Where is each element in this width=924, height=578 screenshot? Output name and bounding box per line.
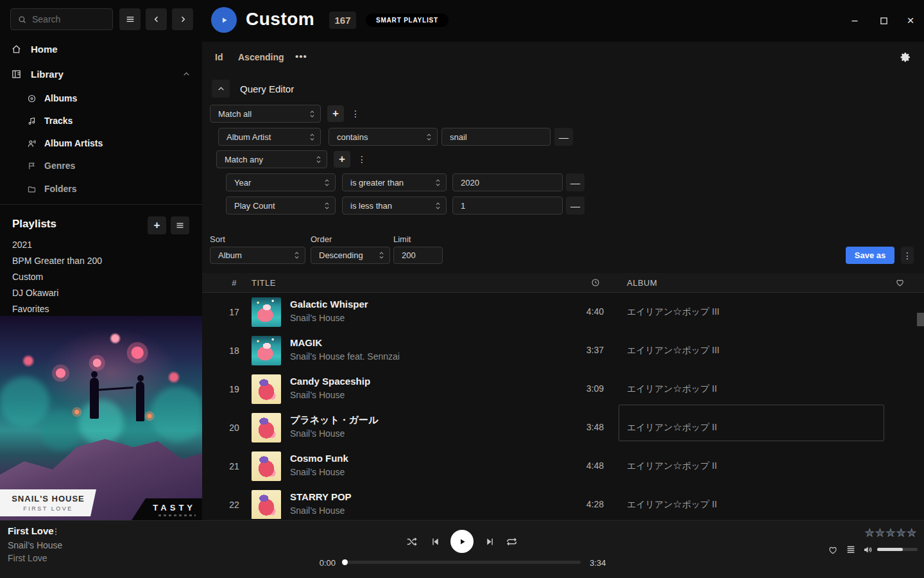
- window-maximize-button[interactable]: [874, 11, 893, 30]
- star-icon[interactable]: ★: [865, 527, 874, 539]
- plus-icon: +: [332, 107, 339, 120]
- playlist-item-2021[interactable]: 2021: [12, 240, 32, 250]
- group2-add-rule-button[interactable]: +: [334, 151, 350, 168]
- rule2-value: 2020: [461, 178, 479, 188]
- track-title: プラネット・ガール: [290, 414, 378, 426]
- settings-button[interactable]: [900, 51, 912, 64]
- tracks-icon: [27, 116, 37, 126]
- track-album: エイリアン☆ポップ III: [627, 306, 719, 318]
- previous-button[interactable]: [429, 535, 441, 548]
- repeat-button[interactable]: [504, 534, 518, 548]
- add-playlist-button[interactable]: +: [148, 216, 166, 234]
- scrollbar-thumb[interactable]: [917, 313, 924, 326]
- library-icon: [11, 69, 22, 80]
- playlist-list-button[interactable]: [171, 216, 189, 234]
- table-row[interactable]: 19 Candy Spaceship Snail’s House 3:09 エイ…: [202, 370, 924, 408]
- search-input[interactable]: [32, 14, 106, 24]
- order-select[interactable]: Descending: [311, 247, 390, 264]
- sort-direction-button[interactable]: Ascending: [238, 52, 284, 62]
- chevron-left-icon: [152, 15, 161, 24]
- next-button[interactable]: [483, 535, 496, 548]
- toolbar-more-button[interactable]: •••: [295, 51, 307, 62]
- search-box[interactable]: [10, 8, 113, 30]
- track-count-badge: 167: [329, 12, 356, 29]
- sidebar-item-tracks[interactable]: Tracks: [27, 114, 73, 128]
- query-editor-collapse-button[interactable]: [212, 80, 230, 98]
- rule1-field-select[interactable]: Album Artist: [218, 128, 321, 146]
- group2-menu-button[interactable]: ⋮: [357, 151, 367, 168]
- now-playing-menu-button[interactable]: ⋮: [51, 525, 60, 537]
- table-row[interactable]: 20 プラネット・ガール Snail’s House 3:48 エイリアン☆ポッ…: [202, 408, 924, 447]
- sidebar-item-genres[interactable]: Genres: [27, 159, 75, 173]
- track-title: MAGIK: [290, 337, 322, 348]
- track-duration: 3:37: [568, 345, 604, 355]
- seek-bar-thumb[interactable]: [342, 559, 348, 565]
- rule2-remove-button[interactable]: —: [566, 173, 585, 191]
- playlist-item-custom[interactable]: Custom: [12, 272, 43, 282]
- queue-button[interactable]: [845, 544, 857, 556]
- table-row[interactable]: 18 MAGIK Snail’s House feat. Sennzai 3:3…: [202, 331, 924, 370]
- chevron-up-icon[interactable]: [182, 70, 191, 78]
- track-album: エイリアン☆ポップ III: [627, 345, 719, 356]
- rule3-remove-button[interactable]: —: [566, 197, 585, 215]
- back-button[interactable]: [146, 8, 167, 30]
- track-album-art: [252, 297, 281, 327]
- table-row[interactable]: 22 STARRY POP Snail’s House 4:28 エイリアン☆ポ…: [202, 486, 924, 519]
- table-row[interactable]: 17 Galactic Whisper Snail’s House 4:40 エ…: [202, 293, 924, 331]
- playlist-item-bpm[interactable]: BPM Greater than 200: [12, 256, 102, 266]
- rule1-remove-button[interactable]: —: [554, 128, 573, 146]
- track-title: Galactic Whisper: [290, 299, 368, 310]
- star-icon[interactable]: ★: [886, 527, 895, 539]
- shuffle-button[interactable]: [404, 534, 418, 548]
- star-icon[interactable]: ★: [896, 527, 905, 539]
- rule2-value-input[interactable]: 2020: [452, 173, 563, 191]
- sidebar-item-album-artists[interactable]: Album Artists: [27, 136, 103, 150]
- group1-menu-button[interactable]: ⋮: [350, 105, 361, 122]
- rule2-operator-value: is greater than: [350, 178, 404, 188]
- sort-field-button[interactable]: Id: [215, 52, 223, 62]
- sort-select[interactable]: Album: [210, 247, 305, 264]
- forward-button[interactable]: [172, 8, 193, 30]
- track-album-art: [252, 413, 281, 442]
- rule3-operator-select[interactable]: is less than: [342, 197, 447, 215]
- track-list: 17 Galactic Whisper Snail’s House 4:40 エ…: [202, 293, 924, 519]
- speaker-icon: [862, 544, 874, 556]
- window-minimize-button[interactable]: –: [845, 11, 864, 30]
- group1-match-select[interactable]: Match all: [210, 105, 321, 123]
- save-menu-button[interactable]: ⋮: [901, 247, 914, 264]
- rule2-field-select[interactable]: Year: [226, 173, 336, 191]
- volume-button[interactable]: [862, 543, 875, 556]
- star-icon[interactable]: ★: [907, 527, 916, 539]
- play-playlist-button[interactable]: [211, 7, 237, 33]
- rule1-operator-select[interactable]: contains: [329, 128, 438, 146]
- sidebar-item-label: Tracks: [44, 116, 73, 126]
- header-album: ALBUM: [627, 273, 657, 292]
- track-duration: 3:48: [568, 422, 604, 432]
- sidebar-item-folders[interactable]: Folders: [27, 182, 77, 196]
- group1-add-rule-button[interactable]: +: [327, 105, 344, 122]
- group2-match-select[interactable]: Match any: [216, 150, 327, 168]
- rule1-value-input[interactable]: snail: [441, 128, 551, 146]
- window-close-button[interactable]: ×: [901, 11, 920, 30]
- rule3-field-value: Play Count: [234, 201, 275, 211]
- menu-button[interactable]: [119, 8, 141, 30]
- play-pause-button[interactable]: [450, 530, 474, 553]
- playlist-item-favorites[interactable]: Favorites: [12, 304, 49, 314]
- rule3-field-select[interactable]: Play Count: [226, 197, 336, 215]
- favorite-button[interactable]: [827, 544, 839, 556]
- save-as-button[interactable]: Save as: [846, 247, 894, 264]
- sidebar-item-library[interactable]: Library: [11, 66, 191, 82]
- track-artist: Snail’s House: [290, 428, 345, 439]
- star-icon[interactable]: ★: [875, 527, 884, 539]
- rule2-operator-select[interactable]: is greater than: [342, 173, 447, 191]
- limit-input[interactable]: 200: [393, 247, 443, 264]
- sidebar-item-albums[interactable]: Albums: [27, 91, 77, 105]
- rule3-value-input[interactable]: 1: [452, 197, 563, 215]
- track-number: 21: [218, 447, 250, 486]
- seek-bar[interactable]: [343, 561, 581, 564]
- playlist-item-dj-okawari[interactable]: DJ Okawari: [12, 288, 58, 298]
- playlists-title: Playlists: [12, 218, 56, 231]
- sidebar-item-home[interactable]: Home: [11, 41, 58, 57]
- select-arrows-icon: [435, 179, 441, 187]
- table-row[interactable]: 21 Cosmo Funk Snail’s House 4:48 エイリアン☆ポ…: [202, 447, 924, 486]
